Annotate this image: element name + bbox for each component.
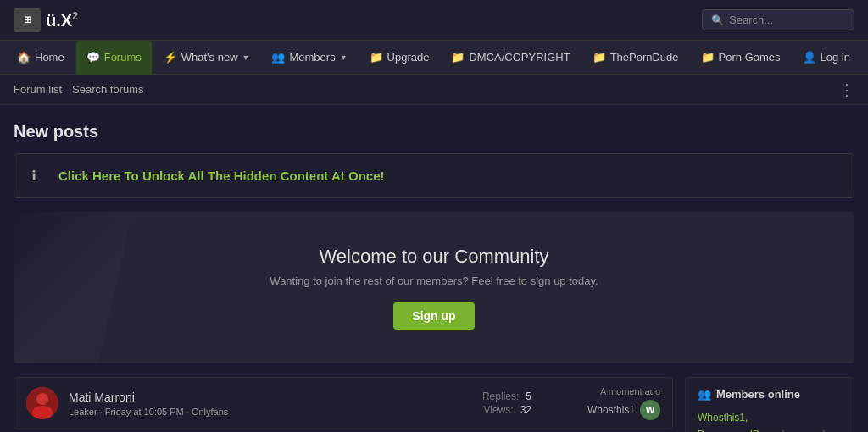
nav-theporn-label: ThePornDude: [610, 51, 679, 64]
svg-point-1: [36, 393, 48, 405]
login-icon: 👤: [803, 51, 816, 64]
welcome-bg-decoration: [14, 212, 183, 363]
breadcrumb: Forum list Search forums: [14, 83, 144, 96]
nav-dmca[interactable]: 📁 DMCA/COPYRIGHT: [441, 41, 580, 75]
member-name[interactable]: PronouncedPenguin: [698, 429, 790, 432]
unlock-banner[interactable]: ℹ Click Here To Unlock All The Hidden Co…: [14, 153, 854, 198]
theporn-icon: 📁: [593, 51, 606, 64]
more-options-icon[interactable]: ⋮: [839, 80, 854, 99]
post-stats: Replies: 5 Views: 32: [430, 390, 531, 416]
info-icon: ℹ: [31, 168, 48, 184]
signup-button[interactable]: Sign up: [393, 302, 474, 330]
forums-icon: 💬: [86, 51, 100, 64]
views-row: Views: 32: [484, 404, 532, 416]
page-header: New posts: [0, 105, 868, 153]
member-name[interactable]: Whosthis1: [698, 412, 745, 424]
logo-text: ü.X2: [46, 10, 78, 30]
post-author: Leaker: [69, 407, 97, 417]
replies-label: Replies:: [482, 390, 519, 402]
nav-dmca-label: DMCA/COPYRIGHT: [469, 51, 570, 64]
post-meta: Leaker · Friday at 10:05 PM · Onlyfans: [69, 407, 420, 417]
logo[interactable]: ⊞ ü.X2: [14, 8, 78, 32]
post-title[interactable]: Mati Marroni: [69, 390, 420, 404]
nav-upgrade[interactable]: 📁 Upgrade: [359, 41, 440, 75]
chevron-down-icon: ▼: [242, 53, 250, 62]
members-online-list: Whosthis1, PronouncedPenguin, naevsi, Un…: [698, 409, 842, 432]
avatar: [26, 387, 58, 419]
logo-icon: ⊞: [14, 8, 41, 32]
welcome-title: Welcome to our Community: [31, 246, 837, 268]
nav-members-label: Members: [289, 51, 335, 64]
table-row: Mati Marroni Leaker · Friday at 10:05 PM…: [14, 377, 673, 429]
nav-home[interactable]: 🏠 Home: [7, 41, 75, 75]
nav-members[interactable]: 👥 Members ▼: [261, 41, 357, 75]
page-title: New posts: [14, 122, 854, 141]
member-name[interactable]: naevsi: [795, 429, 825, 432]
breadcrumb-search-forums[interactable]: Search forums: [72, 83, 144, 96]
views-label: Views:: [484, 404, 514, 416]
replies-value: 5: [526, 390, 531, 402]
post-tag: Onlyfans: [192, 407, 228, 417]
posts-list: Mati Marroni Leaker · Friday at 10:05 PM…: [14, 377, 673, 432]
nav-login[interactable]: 👤 Log in: [793, 41, 860, 75]
nav-bar: 🏠 Home 💬 Forums ⚡ What's new ▼ 👥 Members…: [0, 41, 868, 75]
last-user-row: Whosthis1 W: [587, 400, 660, 420]
nav-theporn[interactable]: 📁 ThePornDude: [582, 41, 689, 75]
content-area: Mati Marroni Leaker · Friday at 10:05 PM…: [0, 377, 868, 432]
chevron-down-icon-2: ▼: [340, 53, 348, 62]
nav-porngames-label: Porn Games: [719, 51, 781, 64]
nav-forums-label: Forums: [104, 51, 142, 64]
search-bar[interactable]: 🔍 Search...: [702, 9, 854, 30]
home-icon: 🏠: [17, 51, 31, 64]
welcome-subtitle: Wanting to join the rest of our members?…: [31, 274, 837, 287]
members-online-label: Members online: [716, 388, 800, 401]
search-icon: 🔍: [711, 14, 724, 26]
nav-register[interactable]: 📋 Register: [862, 41, 868, 75]
nav-forums[interactable]: 💬 Forums: [76, 41, 152, 75]
members-icon: 👥: [271, 51, 285, 64]
svg-point-2: [32, 406, 53, 419]
sidebar: 👥 Members online Whosthis1, PronouncedPe…: [685, 377, 854, 432]
upgrade-icon: 📁: [370, 51, 383, 64]
replies-row: Replies: 5: [482, 390, 531, 402]
members-icon: 👥: [698, 388, 711, 401]
nav-home-label: Home: [35, 51, 64, 64]
nav-login-label: Log in: [821, 51, 850, 64]
dmca-icon: 📁: [451, 51, 465, 64]
post-last-activity: A moment ago Whosthis1 W: [542, 386, 660, 420]
breadcrumb-bar: Forum list Search forums ⋮: [0, 75, 868, 105]
nav-whats-new[interactable]: ⚡ What's new ▼: [153, 41, 260, 75]
last-user-name: Whosthis1: [587, 404, 635, 416]
nav-upgrade-label: Upgrade: [387, 51, 430, 64]
last-user-avatar: W: [640, 400, 660, 420]
breadcrumb-forum-list[interactable]: Forum list: [14, 83, 62, 96]
nav-whats-new-label: What's new: [181, 51, 238, 64]
post-date: Friday at 10:05 PM: [105, 407, 184, 417]
whats-new-icon: ⚡: [164, 51, 177, 64]
search-placeholder: Search...: [729, 14, 773, 26]
views-value: 32: [520, 404, 531, 416]
sidebar-widget-title: 👥 Members online: [698, 388, 842, 401]
top-bar: ⊞ ü.X2 🔍 Search...: [0, 0, 868, 41]
unlock-text[interactable]: Click Here To Unlock All The Hidden Cont…: [58, 169, 384, 183]
porngames-icon: 📁: [701, 51, 715, 64]
nav-porngames[interactable]: 📁 Porn Games: [691, 41, 791, 75]
welcome-section: Welcome to our Community Wanting to join…: [14, 212, 854, 363]
post-info: Mati Marroni Leaker · Friday at 10:05 PM…: [69, 390, 420, 417]
last-time: A moment ago: [600, 386, 660, 396]
members-online-widget: 👥 Members online Whosthis1, PronouncedPe…: [685, 377, 854, 432]
